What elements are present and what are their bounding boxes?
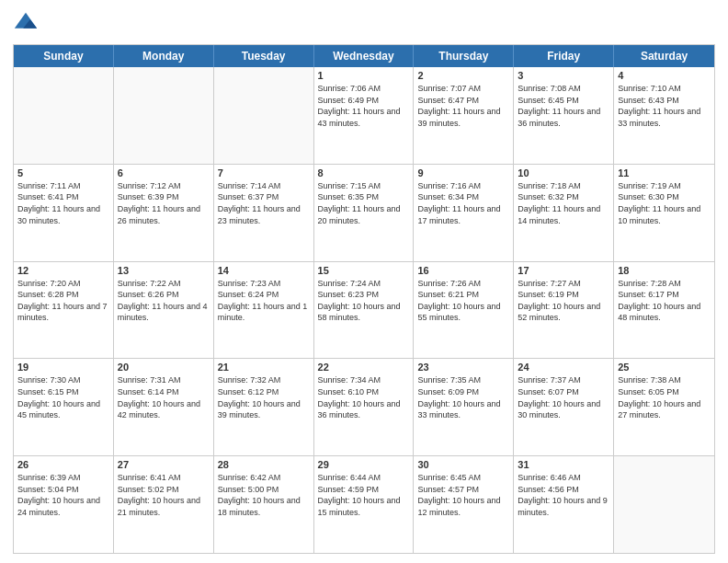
calendar-cell: 10Sunrise: 7:18 AM Sunset: 6:32 PM Dayli… xyxy=(514,165,614,261)
day-number: 21 xyxy=(218,362,310,373)
day-number: 11 xyxy=(618,167,711,178)
calendar-cell: 16Sunrise: 7:26 AM Sunset: 6:21 PM Dayli… xyxy=(414,262,514,359)
day-info: Sunrise: 7:22 AM Sunset: 6:26 PM Dayligh… xyxy=(118,278,210,324)
day-info: Sunrise: 6:45 AM Sunset: 4:57 PM Dayligh… xyxy=(417,472,509,518)
calendar-cell: 29Sunrise: 6:44 AM Sunset: 4:59 PM Dayli… xyxy=(314,456,415,553)
day-number: 10 xyxy=(518,167,609,178)
calendar-week-5: 26Sunrise: 6:39 AM Sunset: 5:04 PM Dayli… xyxy=(14,455,714,553)
day-number: 16 xyxy=(417,265,509,276)
day-info: Sunrise: 7:30 AM Sunset: 6:15 PM Dayligh… xyxy=(17,374,109,420)
day-info: Sunrise: 7:08 AM Sunset: 6:45 PM Dayligh… xyxy=(518,83,609,129)
logo xyxy=(13,11,42,37)
calendar: SundayMondayTuesdayWednesdayThursdayFrid… xyxy=(13,44,715,554)
day-number: 14 xyxy=(218,265,310,276)
calendar-header-wednesday: Wednesday xyxy=(314,45,415,67)
day-number: 27 xyxy=(118,459,210,470)
day-info: Sunrise: 7:15 AM Sunset: 6:35 PM Dayligh… xyxy=(318,180,410,226)
day-info: Sunrise: 6:44 AM Sunset: 4:59 PM Dayligh… xyxy=(318,472,410,518)
calendar-header-row: SundayMondayTuesdayWednesdayThursdayFrid… xyxy=(14,45,714,67)
day-info: Sunrise: 7:38 AM Sunset: 6:05 PM Dayligh… xyxy=(618,374,711,420)
day-info: Sunrise: 7:35 AM Sunset: 6:09 PM Dayligh… xyxy=(417,374,509,420)
calendar-cell: 15Sunrise: 7:24 AM Sunset: 6:23 PM Dayli… xyxy=(314,262,415,359)
calendar-cell xyxy=(614,456,714,553)
day-number: 31 xyxy=(518,459,609,470)
calendar-body: 1Sunrise: 7:06 AM Sunset: 6:49 PM Daylig… xyxy=(14,67,714,553)
day-info: Sunrise: 7:16 AM Sunset: 6:34 PM Dayligh… xyxy=(417,180,509,226)
calendar-cell: 31Sunrise: 6:46 AM Sunset: 4:56 PM Dayli… xyxy=(514,456,614,553)
day-number: 30 xyxy=(417,459,509,470)
day-number: 7 xyxy=(218,167,310,178)
day-info: Sunrise: 7:18 AM Sunset: 6:32 PM Dayligh… xyxy=(518,180,609,226)
day-info: Sunrise: 7:10 AM Sunset: 6:43 PM Dayligh… xyxy=(618,83,711,129)
calendar-cell: 22Sunrise: 7:34 AM Sunset: 6:10 PM Dayli… xyxy=(314,359,415,455)
calendar-header-thursday: Thursday xyxy=(414,45,514,67)
day-info: Sunrise: 7:19 AM Sunset: 6:30 PM Dayligh… xyxy=(618,180,711,226)
calendar-week-1: 1Sunrise: 7:06 AM Sunset: 6:49 PM Daylig… xyxy=(14,67,714,164)
calendar-cell: 23Sunrise: 7:35 AM Sunset: 6:09 PM Dayli… xyxy=(414,359,514,455)
day-number: 18 xyxy=(618,265,711,276)
day-number: 17 xyxy=(518,265,609,276)
day-info: Sunrise: 7:37 AM Sunset: 6:07 PM Dayligh… xyxy=(518,374,609,420)
calendar-week-2: 5Sunrise: 7:11 AM Sunset: 6:41 PM Daylig… xyxy=(14,164,714,261)
day-info: Sunrise: 7:34 AM Sunset: 6:10 PM Dayligh… xyxy=(318,374,410,420)
day-number: 15 xyxy=(318,265,410,276)
day-number: 2 xyxy=(417,70,509,81)
calendar-cell: 2Sunrise: 7:07 AM Sunset: 6:47 PM Daylig… xyxy=(414,67,514,164)
calendar-cell: 12Sunrise: 7:20 AM Sunset: 6:28 PM Dayli… xyxy=(14,262,114,359)
day-info: Sunrise: 7:14 AM Sunset: 6:37 PM Dayligh… xyxy=(218,180,310,226)
calendar-week-3: 12Sunrise: 7:20 AM Sunset: 6:28 PM Dayli… xyxy=(14,261,714,359)
day-number: 1 xyxy=(318,70,410,81)
calendar-header-friday: Friday xyxy=(514,45,614,67)
calendar-header-monday: Monday xyxy=(114,45,214,67)
day-info: Sunrise: 6:41 AM Sunset: 5:02 PM Dayligh… xyxy=(118,472,210,518)
day-number: 19 xyxy=(17,362,109,373)
calendar-cell: 1Sunrise: 7:06 AM Sunset: 6:49 PM Daylig… xyxy=(314,67,415,164)
calendar-cell: 24Sunrise: 7:37 AM Sunset: 6:07 PM Dayli… xyxy=(514,359,614,455)
calendar-cell: 11Sunrise: 7:19 AM Sunset: 6:30 PM Dayli… xyxy=(614,165,714,261)
day-info: Sunrise: 7:12 AM Sunset: 6:39 PM Dayligh… xyxy=(118,180,210,226)
day-number: 13 xyxy=(118,265,210,276)
calendar-cell xyxy=(114,67,214,164)
day-info: Sunrise: 6:39 AM Sunset: 5:04 PM Dayligh… xyxy=(17,472,109,518)
calendar-cell: 19Sunrise: 7:30 AM Sunset: 6:15 PM Dayli… xyxy=(14,359,114,455)
day-number: 23 xyxy=(417,362,509,373)
day-info: Sunrise: 7:23 AM Sunset: 6:24 PM Dayligh… xyxy=(218,278,310,324)
calendar-cell: 13Sunrise: 7:22 AM Sunset: 6:26 PM Dayli… xyxy=(114,262,214,359)
day-number: 29 xyxy=(318,459,410,470)
day-info: Sunrise: 7:24 AM Sunset: 6:23 PM Dayligh… xyxy=(318,278,410,324)
day-info: Sunrise: 7:27 AM Sunset: 6:19 PM Dayligh… xyxy=(518,278,609,324)
calendar-cell: 3Sunrise: 7:08 AM Sunset: 6:45 PM Daylig… xyxy=(514,67,614,164)
calendar-header-sunday: Sunday xyxy=(14,45,114,67)
calendar-cell xyxy=(14,67,114,164)
calendar-cell: 26Sunrise: 6:39 AM Sunset: 5:04 PM Dayli… xyxy=(14,456,114,553)
day-number: 25 xyxy=(618,362,711,373)
day-number: 6 xyxy=(118,167,210,178)
calendar-cell: 7Sunrise: 7:14 AM Sunset: 6:37 PM Daylig… xyxy=(214,165,314,261)
day-info: Sunrise: 6:42 AM Sunset: 5:00 PM Dayligh… xyxy=(218,472,310,518)
day-number: 20 xyxy=(118,362,210,373)
day-number: 24 xyxy=(518,362,609,373)
calendar-cell: 28Sunrise: 6:42 AM Sunset: 5:00 PM Dayli… xyxy=(214,456,314,553)
calendar-cell: 5Sunrise: 7:11 AM Sunset: 6:41 PM Daylig… xyxy=(14,165,114,261)
day-number: 8 xyxy=(318,167,410,178)
calendar-header-tuesday: Tuesday xyxy=(214,45,314,67)
calendar-cell: 9Sunrise: 7:16 AM Sunset: 6:34 PM Daylig… xyxy=(414,165,514,261)
day-number: 28 xyxy=(218,459,310,470)
calendar-week-4: 19Sunrise: 7:30 AM Sunset: 6:15 PM Dayli… xyxy=(14,358,714,455)
day-number: 26 xyxy=(17,459,109,470)
day-info: Sunrise: 7:31 AM Sunset: 6:14 PM Dayligh… xyxy=(118,374,210,420)
calendar-cell xyxy=(214,67,314,164)
calendar-cell: 25Sunrise: 7:38 AM Sunset: 6:05 PM Dayli… xyxy=(614,359,714,455)
day-info: Sunrise: 7:11 AM Sunset: 6:41 PM Dayligh… xyxy=(17,180,109,226)
calendar-cell: 6Sunrise: 7:12 AM Sunset: 6:39 PM Daylig… xyxy=(114,165,214,261)
calendar-header-saturday: Saturday xyxy=(614,45,714,67)
calendar-cell: 18Sunrise: 7:28 AM Sunset: 6:17 PM Dayli… xyxy=(614,262,714,359)
calendar-cell: 20Sunrise: 7:31 AM Sunset: 6:14 PM Dayli… xyxy=(114,359,214,455)
calendar-cell: 21Sunrise: 7:32 AM Sunset: 6:12 PM Dayli… xyxy=(214,359,314,455)
day-info: Sunrise: 6:46 AM Sunset: 4:56 PM Dayligh… xyxy=(518,472,609,518)
logo-icon xyxy=(13,11,39,37)
day-info: Sunrise: 7:20 AM Sunset: 6:28 PM Dayligh… xyxy=(17,278,109,324)
day-info: Sunrise: 7:06 AM Sunset: 6:49 PM Dayligh… xyxy=(318,83,410,129)
calendar-cell: 17Sunrise: 7:27 AM Sunset: 6:19 PM Dayli… xyxy=(514,262,614,359)
calendar-cell: 8Sunrise: 7:15 AM Sunset: 6:35 PM Daylig… xyxy=(314,165,415,261)
